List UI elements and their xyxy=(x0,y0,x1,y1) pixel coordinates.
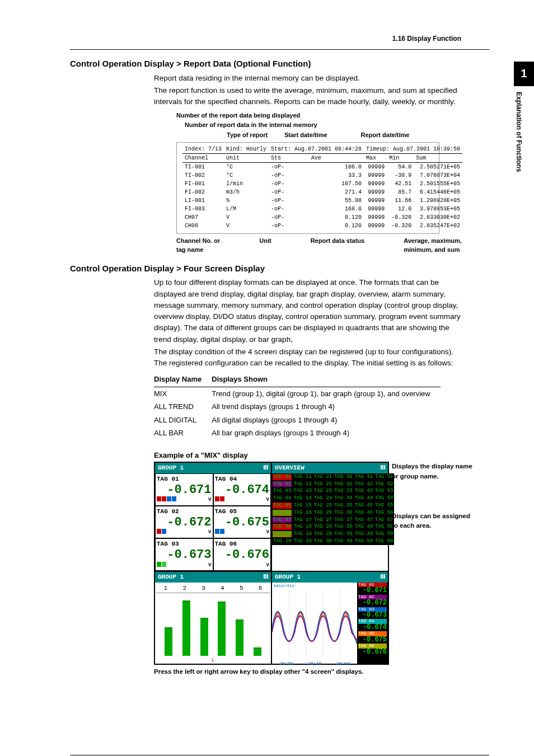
figure-footer-labels: Channel No. ortag name Unit Report data … xyxy=(176,236,489,255)
col-label: Report date/time xyxy=(361,130,410,140)
col-label: Type of report xyxy=(227,130,268,140)
report-data-body: Report data residing in the internal mem… xyxy=(154,73,461,108)
chapter-number: 1 xyxy=(514,62,534,86)
figure-label: Number of report data in the internal me… xyxy=(185,120,489,130)
display-config-table: Display NameDisplays Shown MIXTrend (gro… xyxy=(154,372,441,440)
four-screen-body: Up to four different display formats can… xyxy=(154,277,461,677)
section-header: 1.16 Display Function xyxy=(70,34,489,44)
mix-display-figure: GROUP 1 TAG 01-0.671VTAG 04-0.674VTAG 02… xyxy=(154,462,467,677)
heading-four-screen: Control Operation Display > Four Screen … xyxy=(70,262,489,275)
paragraph: The display condition of the 4 screen di… xyxy=(154,346,461,369)
quadrant-trend: GROUP 1 1min/div 20:3620:4020:50 xyxy=(271,571,388,664)
figure-label: Number of the report data being displaye… xyxy=(176,111,489,120)
paragraph: The report function is used to write the… xyxy=(154,85,461,108)
side-tab: 1 Explanation of Functions xyxy=(514,62,534,172)
annotation: Displays can be assignedto each area. xyxy=(392,511,476,531)
paragraph: Report data residing in the internal mem… xyxy=(154,73,461,84)
chapter-title: Explanation of Functions xyxy=(514,86,529,172)
report-table: Index: 7/13Kind: HourlyStart: Aug.07.200… xyxy=(176,142,439,234)
quadrant-digital: GROUP 1 TAG 01-0.671VTAG 04-0.674VTAG 02… xyxy=(154,462,271,571)
quadrant-bar: GROUP 1 123456 L xyxy=(154,571,271,664)
quadrant-overview: OVERVIEW TAG 01TAG 11TAG 21TAG 31TAG 41T… xyxy=(271,462,388,571)
report-figure: Number of the report data being displaye… xyxy=(154,111,489,255)
example-heading: Example of a "MIX" display xyxy=(154,450,461,461)
annotation: Displays the display name or group name. xyxy=(392,462,476,481)
col-label: Start date/time xyxy=(284,130,327,140)
paragraph: Up to four different display formats can… xyxy=(154,277,461,345)
press-note: Press the left or right arrow key to dis… xyxy=(154,667,467,677)
header-rule xyxy=(70,49,489,50)
figure-annotations: Displays the display name or group name.… xyxy=(392,462,476,530)
footer-rule xyxy=(70,755,489,755)
heading-report-data: Control Operation Display > Report Data … xyxy=(70,58,489,71)
